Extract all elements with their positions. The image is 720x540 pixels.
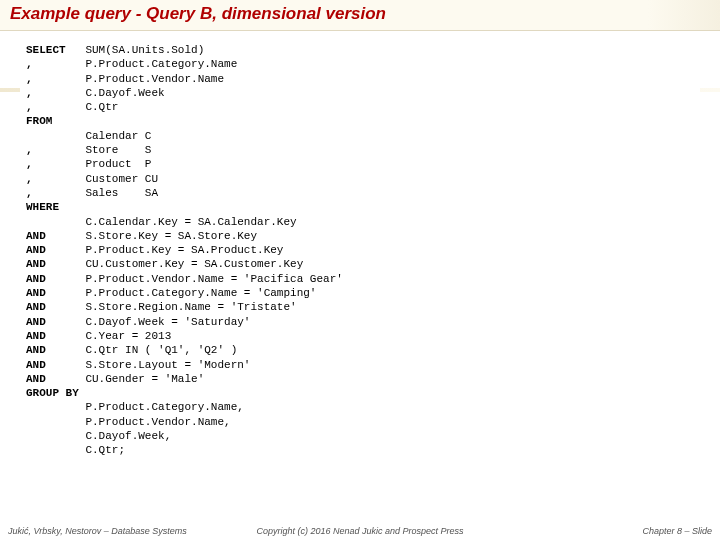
code-line: , Sales SA bbox=[26, 186, 694, 200]
code-line: AND CU.Customer.Key = SA.Customer.Key bbox=[26, 257, 694, 271]
code-line: AND C.Year = 2013 bbox=[26, 329, 694, 343]
slide-title: Example query - Query B, dimensional ver… bbox=[10, 4, 710, 24]
code-line: C.Qtr; bbox=[26, 443, 694, 457]
code-line: C.Calendar.Key = SA.Calendar.Key bbox=[26, 215, 694, 229]
code-line: , P.Product.Category.Name bbox=[26, 57, 694, 71]
slide: Example query - Query B, dimensional ver… bbox=[0, 0, 720, 540]
code-line: C.Dayof.Week, bbox=[26, 429, 694, 443]
footer-authors: Jukić, Vrbsky, Nestorov – Database Syste… bbox=[8, 526, 243, 536]
code-line: , Store S bbox=[26, 143, 694, 157]
code-line: , Customer CU bbox=[26, 172, 694, 186]
title-bar: Example query - Query B, dimensional ver… bbox=[0, 0, 720, 31]
code-line: GROUP BY bbox=[26, 386, 694, 400]
code-line: AND P.Product.Category.Name = 'Camping' bbox=[26, 286, 694, 300]
code-line: AND S.Store.Layout = 'Modern' bbox=[26, 358, 694, 372]
code-line: , C.Qtr bbox=[26, 100, 694, 114]
footer: Jukić, Vrbsky, Nestorov – Database Syste… bbox=[0, 526, 720, 536]
code-line: AND CU.Gender = 'Male' bbox=[26, 372, 694, 386]
code-line: SELECT SUM(SA.Units.Sold) bbox=[26, 43, 694, 57]
sql-code-block: SELECT SUM(SA.Units.Sold) , P.Product.Ca… bbox=[20, 39, 700, 509]
footer-copyright: Copyright (c) 2016 Nenad Jukic and Prosp… bbox=[243, 526, 478, 536]
code-line: P.Product.Vendor.Name, bbox=[26, 415, 694, 429]
code-line: , Product P bbox=[26, 157, 694, 171]
code-line: Calendar C bbox=[26, 129, 694, 143]
code-line: WHERE bbox=[26, 200, 694, 214]
code-line: AND P.Product.Vendor.Name = 'Pacifica Ge… bbox=[26, 272, 694, 286]
footer-chapter: Chapter 8 – Slide bbox=[477, 526, 712, 536]
code-line: AND C.Qtr IN ( 'Q1', 'Q2' ) bbox=[26, 343, 694, 357]
code-line: , C.Dayof.Week bbox=[26, 86, 694, 100]
code-line: AND S.Store.Region.Name = 'Tristate' bbox=[26, 300, 694, 314]
code-line: FROM bbox=[26, 114, 694, 128]
code-line: AND C.Dayof.Week = 'Saturday' bbox=[26, 315, 694, 329]
code-line: , P.Product.Vendor.Name bbox=[26, 72, 694, 86]
code-line: AND S.Store.Key = SA.Store.Key bbox=[26, 229, 694, 243]
code-line: P.Product.Category.Name, bbox=[26, 400, 694, 414]
code-line: AND P.Product.Key = SA.Product.Key bbox=[26, 243, 694, 257]
